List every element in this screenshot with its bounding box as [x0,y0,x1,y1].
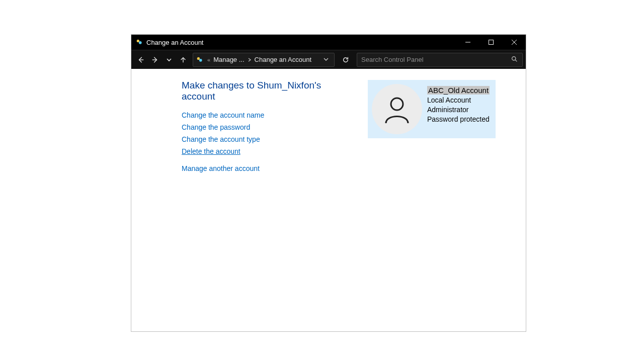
forward-button[interactable] [148,53,162,66]
app-icon [135,38,143,46]
navbar: « Manage ... Change an Account [131,50,526,69]
up-button[interactable] [177,53,190,66]
svg-point-10 [199,59,202,62]
content-area: Make changes to Shum_Nixfon's account Ch… [131,69,526,331]
titlebar: Change an Account [131,35,526,50]
svg-point-1 [139,41,142,44]
breadcrumb-item-change[interactable]: Change an Account [255,56,311,63]
user-icon [381,93,413,125]
avatar [372,84,422,134]
account-role: Administrator [427,105,490,115]
address-icon [195,55,204,64]
page-title: Make changes to Shum_Nixfon's account [182,80,348,102]
svg-point-13 [391,98,403,110]
maximize-button[interactable] [479,35,503,50]
svg-rect-3 [489,40,494,45]
breadcrumb-prefix: « [206,57,211,63]
refresh-button[interactable] [339,53,353,67]
svg-point-11 [512,56,515,60]
address-history-button[interactable] [320,56,332,63]
account-name: ABC_Old Account [427,86,490,95]
control-panel-window: Change an Account [131,34,526,332]
link-change-password[interactable]: Change the password [182,123,348,131]
recent-locations-button[interactable] [163,53,176,66]
breadcrumb-separator-icon [247,57,253,63]
link-delete-account[interactable]: Delete the account [182,147,348,155]
search-icon[interactable] [510,55,518,64]
svg-line-12 [515,60,517,61]
address-bar[interactable]: « Manage ... Change an Account [193,53,335,67]
minimize-button[interactable] [456,35,479,50]
search-input[interactable] [361,56,510,63]
close-button[interactable] [503,35,526,50]
account-type: Local Account [427,96,490,105]
svg-point-0 [137,40,139,42]
account-card: ABC_Old Account Local Account Administra… [368,80,496,138]
back-button[interactable] [134,53,147,66]
account-protection: Password protected [427,115,490,124]
link-manage-another-account[interactable]: Manage another account [182,164,348,172]
search-box[interactable] [357,53,523,67]
link-change-account-type[interactable]: Change the account type [182,135,348,143]
window-title: Change an Account [146,39,203,46]
breadcrumb-item-manage[interactable]: Manage ... [213,56,244,63]
svg-point-9 [197,57,200,59]
link-change-account-name[interactable]: Change the account name [182,111,348,119]
